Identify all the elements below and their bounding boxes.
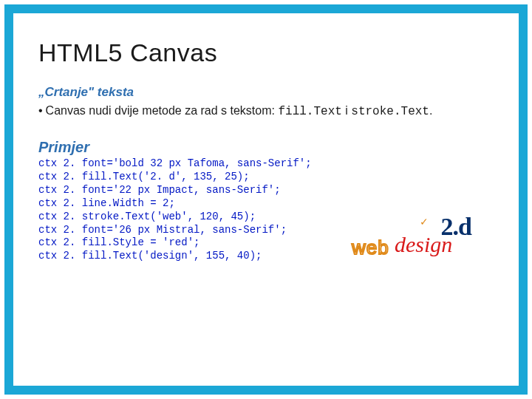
demo-tick-icon: ✓ xyxy=(420,216,429,228)
demo-text-web: web xyxy=(352,236,389,259)
canvas-output-illustration: 2.d ✓ web design xyxy=(349,214,474,267)
bullet-text: •Canvas nudi dvije metode za rad s tekst… xyxy=(38,104,494,118)
example-heading: Primjer xyxy=(38,139,494,156)
page-title: HTML5 Canvas xyxy=(38,38,494,67)
bullet-lead: Canvas nudi dvije metode za rad s teksto… xyxy=(46,104,279,117)
method-filltext: fill.Text xyxy=(278,105,341,118)
bullet-end: . xyxy=(429,104,432,117)
demo-text-design: design xyxy=(395,232,452,257)
section-subheading: „Crtanje" teksta xyxy=(38,85,494,100)
slide-frame: HTML5 Canvas „Crtanje" teksta •Canvas nu… xyxy=(4,4,528,395)
method-stroketext: stroke.Text xyxy=(351,105,429,118)
bullet-dot-icon: • xyxy=(38,104,46,117)
bullet-sep: i xyxy=(342,104,351,117)
